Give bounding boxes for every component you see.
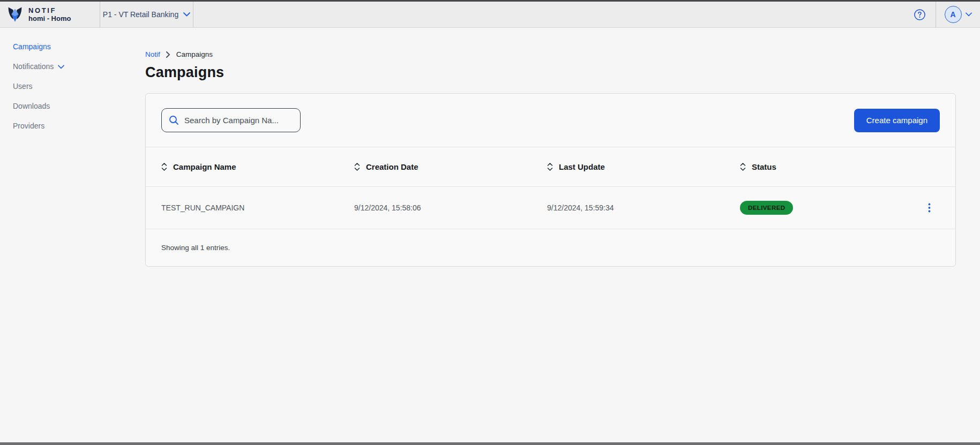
sidebar-item-notifications[interactable]: Notifications bbox=[0, 57, 145, 77]
brand-text: NOTIF homi - Homo bbox=[28, 6, 71, 22]
sidebar-item-downloads[interactable]: Downloads bbox=[0, 96, 145, 116]
cell-status: DELIVERED bbox=[740, 201, 918, 215]
sidebar-item-label: Users bbox=[13, 81, 33, 92]
help-button[interactable] bbox=[912, 7, 926, 21]
project-selector-dropdown[interactable]: P1 - VT Retail Banking bbox=[100, 2, 193, 27]
sidebar-item-campaigns[interactable]: Campaigns bbox=[0, 37, 145, 57]
sidebar-item-users[interactable]: Users bbox=[0, 77, 145, 96]
create-campaign-button[interactable]: Create campaign bbox=[854, 109, 940, 132]
column-header-creation-date[interactable]: Creation Date bbox=[354, 162, 547, 171]
help-icon bbox=[914, 9, 926, 21]
sort-icon bbox=[740, 163, 746, 171]
sidebar-item-label: Campaigns bbox=[13, 42, 51, 52]
sort-icon bbox=[354, 163, 360, 171]
column-header-label: Status bbox=[752, 162, 776, 171]
breadcrumb-link-notif[interactable]: Notif bbox=[145, 50, 160, 58]
cell-campaign-name: TEST_RUN_CAMPAIGN bbox=[161, 203, 354, 212]
campaigns-panel: Create campaign Campaign Name Creation D… bbox=[145, 93, 956, 267]
sidebar-item-label: Notifications bbox=[13, 62, 54, 72]
sort-icon bbox=[161, 163, 167, 171]
avatar-initial: A bbox=[950, 10, 955, 19]
sidebar: Campaigns Notifications Users Downloads … bbox=[0, 28, 145, 136]
avatar[interactable]: A bbox=[945, 6, 962, 23]
cell-creation-date: 9/12/2024, 15:58:06 bbox=[354, 203, 547, 212]
table-header-row: Campaign Name Creation Date Last Update … bbox=[146, 147, 955, 186]
cell-last-update: 9/12/2024, 15:59:34 bbox=[547, 203, 740, 212]
status-badge: DELIVERED bbox=[740, 201, 793, 215]
search-icon bbox=[169, 115, 179, 125]
main-content: Notif Campaigns Campaigns Create campaig… bbox=[145, 28, 956, 267]
project-selector-label: P1 - VT Retail Banking bbox=[103, 10, 178, 19]
search-box[interactable] bbox=[161, 108, 301, 132]
search-input[interactable] bbox=[184, 116, 293, 125]
topbar-spacer bbox=[193, 2, 912, 27]
chevron-down-icon bbox=[58, 65, 64, 69]
chevron-right-icon bbox=[166, 51, 170, 58]
breadcrumb-current: Campaigns bbox=[176, 50, 213, 58]
notif-logo-icon bbox=[7, 6, 23, 24]
column-header-label: Last Update bbox=[559, 162, 605, 171]
column-header-last-update[interactable]: Last Update bbox=[547, 162, 740, 171]
table-footer: Showing all 1 entries. bbox=[146, 229, 955, 266]
top-bar: NOTIF homi - Homo P1 - VT Retail Banking… bbox=[0, 2, 980, 28]
chevron-down-icon bbox=[183, 12, 190, 17]
column-header-status[interactable]: Status bbox=[740, 162, 918, 171]
entries-count-text: Showing all 1 entries. bbox=[161, 244, 230, 252]
sidebar-item-label: Providers bbox=[13, 121, 44, 131]
screen-top-edge bbox=[0, 0, 980, 2]
breadcrumb: Notif Campaigns bbox=[145, 50, 956, 58]
column-header-label: Campaign Name bbox=[173, 162, 236, 171]
brand-name: NOTIF bbox=[28, 6, 71, 14]
sidebar-item-providers[interactable]: Providers bbox=[0, 116, 145, 136]
column-header-campaign-name[interactable]: Campaign Name bbox=[161, 162, 354, 171]
panel-toolbar: Create campaign bbox=[146, 94, 955, 147]
sidebar-item-label: Downloads bbox=[13, 101, 50, 111]
account-menu[interactable]: A bbox=[936, 2, 980, 27]
brand: NOTIF homi - Homo bbox=[0, 2, 100, 27]
screen-bottom-edge bbox=[0, 442, 980, 445]
sort-icon bbox=[547, 163, 553, 171]
brand-subtitle: homi - Homo bbox=[28, 14, 71, 22]
column-header-label: Creation Date bbox=[366, 162, 418, 171]
page-title: Campaigns bbox=[145, 64, 956, 81]
row-actions-kebab-button[interactable] bbox=[926, 201, 933, 215]
table-row: TEST_RUN_CAMPAIGN 9/12/2024, 15:58:06 9/… bbox=[146, 186, 955, 229]
chevron-down-icon bbox=[966, 12, 972, 17]
